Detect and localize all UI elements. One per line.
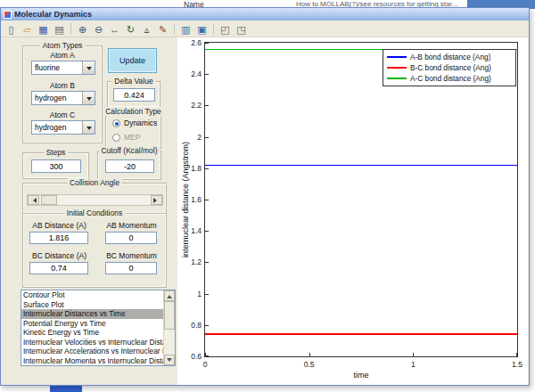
initial-conditions-panel-title: Initial Conditions <box>64 208 125 217</box>
zoom-in-icon[interactable]: ⊕ <box>75 22 90 36</box>
atom-types-panel-title: Atom Types <box>40 41 86 50</box>
insert-colorbar-icon[interactable]: ▥ <box>178 22 193 36</box>
atom-c-dropdown-button[interactable] <box>82 121 95 134</box>
atom-b-label: Atom B <box>23 81 102 90</box>
arrow-left-icon <box>30 198 37 203</box>
app-icon <box>4 11 12 19</box>
collision-angle-slider[interactable] <box>27 194 163 206</box>
update-button[interactable]: Update <box>108 48 157 73</box>
collision-angle-panel-title: Collision Angle <box>67 178 122 187</box>
atom-a-label: Atom A <box>23 51 102 60</box>
x-tick-label: 1 <box>399 360 426 369</box>
y-tick-label: 2.2 <box>180 101 202 110</box>
slider-right-button[interactable] <box>151 195 162 205</box>
pan-icon[interactable]: ↔ <box>107 22 122 36</box>
data-cursor-icon[interactable]: ▵ <box>139 22 154 36</box>
mep-radio[interactable]: MEP <box>112 133 140 142</box>
figure-toolbar: ▯▱▦▤⊕⊖↔↻▵✎▥▣◰◳ <box>1 20 529 37</box>
window-title: Molecular Dynamics <box>14 10 92 19</box>
bc-distance-label: BC Distance (A) <box>23 251 95 260</box>
dynamics-radio[interactable]: Dynamics <box>112 118 157 127</box>
listbox-scrollbar[interactable] <box>163 290 175 365</box>
brush-icon[interactable]: ✎ <box>155 22 170 36</box>
plot-list-item[interactable]: Potential Energy vs Time <box>21 319 163 329</box>
x-tick-mark <box>516 353 517 356</box>
plot-type-listbox[interactable]: Contour PlotSurface PlotInternuclear Dis… <box>21 290 176 366</box>
x-tick-mark <box>309 353 310 356</box>
plot-list-item[interactable]: Kinetic Energy vs Time <box>21 328 163 338</box>
plot-list-item[interactable]: Contour Plot <box>21 290 163 300</box>
bc-momentum-input[interactable] <box>105 262 157 274</box>
plot-list-item[interactable]: Internuclear Distances vs Time <box>21 309 163 319</box>
atom-b-dropdown[interactable]: hydrogen <box>31 91 95 105</box>
ab-momentum-input[interactable] <box>105 232 157 244</box>
scroll-down-button[interactable] <box>164 355 175 365</box>
atom-c-value: hydrogen <box>32 123 82 132</box>
atom-c-dropdown[interactable]: hydrogen <box>31 120 95 135</box>
x-tick-mark <box>205 353 206 356</box>
atom-b-value: hydrogen <box>32 94 82 102</box>
y-tick-mark <box>205 231 209 232</box>
y-tick-mark <box>205 294 209 295</box>
mep-radio-label: MEP <box>124 133 140 142</box>
atom-b-dropdown-button[interactable] <box>82 92 95 104</box>
bc-momentum-label: BC Momentum <box>95 251 168 260</box>
insert-legend-icon[interactable]: ▣ <box>194 22 210 36</box>
chevron-down-icon <box>86 127 92 133</box>
x-tick-mark <box>413 353 414 356</box>
y-tick-label: 2.4 <box>180 69 202 78</box>
x-tick-label: 0 <box>192 360 218 369</box>
hide-plot-tools-icon[interactable]: ◰ <box>218 22 233 36</box>
zoom-out-icon[interactable]: ⊖ <box>91 22 106 36</box>
plot-legend[interactable]: A-B bond distance (Ang)B-C bond distance… <box>383 49 516 86</box>
open-folder-icon[interactable]: ▱ <box>20 22 35 36</box>
new-file-icon[interactable]: ▯ <box>4 22 19 36</box>
atom-a-dropdown-button[interactable] <box>82 61 95 74</box>
slider-left-button[interactable] <box>28 195 39 205</box>
x-axis-label: time <box>204 371 518 380</box>
scrollbar-thumb[interactable] <box>164 301 175 330</box>
atom-a-dropdown[interactable]: fluorine <box>31 61 95 75</box>
delta-value-panel: Delta Value <box>107 81 160 108</box>
plot-list-item[interactable]: Internuclear Accelerations vs Internucle… <box>21 347 163 356</box>
cutoff-panel-title: Cutoff (Kcal/mol) <box>98 146 160 155</box>
slider-thumb[interactable] <box>41 195 57 205</box>
bc-distance-input[interactable] <box>29 262 88 274</box>
cutoff-panel: Cutoff (Kcal/mol) <box>97 151 161 180</box>
legend-entry-label: A-B bond distance (Ang) <box>410 53 490 61</box>
window-titlebar[interactable]: Molecular Dynamics <box>1 8 529 20</box>
save-icon[interactable]: ▦ <box>36 22 51 36</box>
legend-line-sample <box>387 56 407 58</box>
plot-list-item[interactable]: Internuclear Momenta vs Internuclear Dis… <box>21 356 163 366</box>
plot-line <box>205 333 517 335</box>
rotate-3d-icon[interactable]: ↻ <box>123 22 138 36</box>
x-tick-label: 0.5 <box>296 360 323 369</box>
ab-distance-input[interactable] <box>29 232 88 244</box>
plot-list-item[interactable]: Internuclear Velocities vs Internuclear … <box>21 338 163 347</box>
screen: Name How to MOLLAB(?)/see resources for … <box>0 0 535 392</box>
plot-axes: 0.60.811.21.41.61.822.22.42.600.511.5 <box>204 42 518 357</box>
print-icon[interactable]: ▤ <box>52 22 67 36</box>
y-tick-label: 1 <box>180 290 202 298</box>
scroll-up-button[interactable] <box>164 290 175 301</box>
legend-entry-label: A-C bond distance (Ang) <box>410 74 491 83</box>
y-tick-mark <box>205 200 209 200</box>
y-tick-label: 1.8 <box>180 164 202 173</box>
show-plot-tools-icon[interactable]: ◳ <box>234 22 249 36</box>
delta-value-panel-title: Delta Value <box>111 77 155 86</box>
delta-value-input[interactable] <box>113 88 155 102</box>
steps-input[interactable] <box>31 159 81 173</box>
chevron-down-icon <box>86 67 92 73</box>
legend-entry-label: B-C bond distance (Ang) <box>410 63 491 72</box>
initial-conditions-panel: Initial Conditions AB Distance (A) AB Mo… <box>22 213 167 288</box>
background-taskbar-fragment <box>50 385 82 392</box>
atom-c-label: Atom C <box>23 110 102 119</box>
y-tick-mark <box>205 74 209 75</box>
plot-type-list: Contour PlotSurface PlotInternuclear Dis… <box>21 290 163 365</box>
steps-panel-title: Steps <box>44 148 69 157</box>
arrow-down-icon <box>167 358 172 364</box>
cutoff-input[interactable] <box>105 159 154 173</box>
steps-panel: Steps <box>22 152 89 179</box>
legend-line-sample <box>387 67 407 69</box>
plot-list-item[interactable]: Surface Plot <box>21 300 163 310</box>
